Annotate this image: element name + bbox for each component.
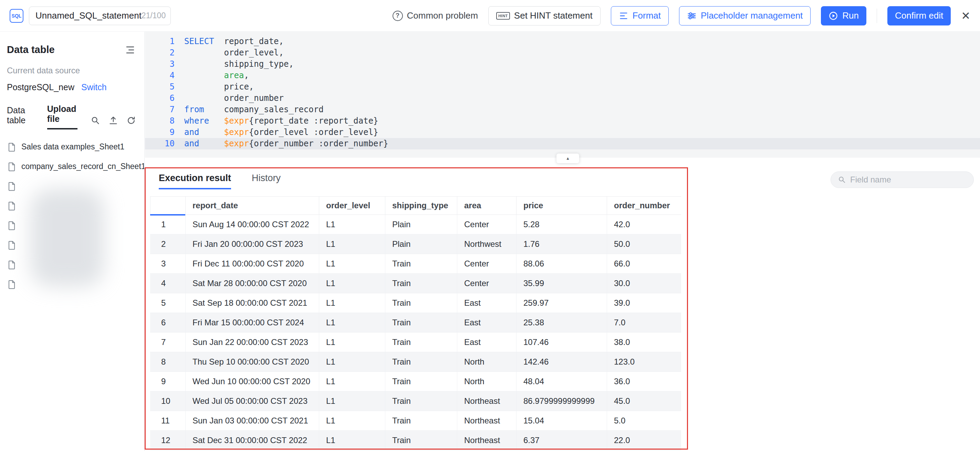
file-icon bbox=[7, 240, 16, 250]
format-icon bbox=[619, 11, 628, 21]
search-icon[interactable] bbox=[91, 116, 100, 125]
cell: Center bbox=[457, 254, 516, 273]
code-line: 6 order_number bbox=[145, 93, 980, 104]
field-search[interactable] bbox=[830, 172, 974, 188]
refresh-icon[interactable] bbox=[126, 116, 136, 125]
file-item-redacted[interactable] bbox=[0, 255, 144, 275]
common-problem-link[interactable]: ? Common problem bbox=[393, 10, 478, 21]
data-source-name: PostgreSQL_new bbox=[7, 82, 75, 92]
common-problem-label: Common problem bbox=[407, 10, 478, 21]
placeholder-management-button[interactable]: Placeholder management bbox=[679, 6, 811, 25]
results-tabs: Execution result History bbox=[159, 173, 281, 189]
question-icon: ? bbox=[393, 11, 403, 21]
cell: 259.97 bbox=[516, 293, 607, 313]
cell: Northwest bbox=[457, 235, 516, 254]
sidebar-title: Data table bbox=[7, 44, 55, 56]
cell: L1 bbox=[319, 411, 385, 430]
cell: L1 bbox=[319, 333, 385, 352]
cell: Sat Dec 31 00:00:00 CST 2022 bbox=[185, 431, 319, 450]
line-number: 9 bbox=[145, 127, 175, 138]
sliders-icon bbox=[687, 11, 697, 21]
cell: Train bbox=[385, 411, 457, 430]
cell: 6.37 bbox=[516, 431, 607, 450]
code-text: and $expr{order_level :order_level} bbox=[175, 127, 379, 138]
tab-execution-result[interactable]: Execution result bbox=[159, 173, 231, 189]
cell: 7.0 bbox=[607, 313, 681, 332]
confirm-edit-button[interactable]: Confirm edit bbox=[888, 6, 951, 25]
collapse-editor-handle[interactable]: ▲ bbox=[557, 154, 579, 163]
code-text: from company_sales_record bbox=[175, 104, 324, 115]
code-text: price, bbox=[175, 81, 254, 93]
row-number-cell: 6 bbox=[150, 313, 185, 332]
result-table: report_dateorder_levelshipping_typeareap… bbox=[150, 196, 681, 450]
topbar-divider bbox=[877, 9, 877, 23]
cell: Train bbox=[385, 254, 457, 273]
cell: Train bbox=[385, 352, 457, 372]
switch-link[interactable]: Switch bbox=[81, 82, 107, 92]
sql-icon: SQL bbox=[10, 9, 24, 23]
file-item-redacted[interactable] bbox=[0, 196, 144, 216]
file-item-redacted[interactable] bbox=[0, 235, 144, 255]
sidebar: Data table Current data source PostgreSQ… bbox=[0, 32, 145, 451]
statement-name-input[interactable]: Unnamed_SQL_statement 21/100 bbox=[29, 6, 171, 25]
cell: 36.0 bbox=[607, 372, 681, 391]
format-button[interactable]: Format bbox=[611, 6, 669, 25]
tab-history[interactable]: History bbox=[252, 173, 281, 189]
cell: East bbox=[457, 293, 516, 313]
cell: L1 bbox=[319, 293, 385, 313]
cell: Wed Jul 05 00:00:00 CST 2023 bbox=[185, 391, 319, 411]
cell: North bbox=[457, 352, 516, 372]
cell: L1 bbox=[319, 254, 385, 273]
cell: L1 bbox=[319, 391, 385, 411]
file-item[interactable]: company_sales_record_cn_Sheet1 bbox=[0, 157, 144, 176]
cell: Train bbox=[385, 313, 457, 332]
row-number-cell: 12 bbox=[150, 431, 185, 450]
cell: 42.0 bbox=[607, 215, 681, 234]
row-number-cell: 11 bbox=[150, 411, 185, 430]
table-row: 10Wed Jul 05 00:00:00 CST 2023L1TrainNor… bbox=[150, 391, 681, 411]
file-item-redacted[interactable] bbox=[0, 176, 144, 196]
code-line: 8where $expr{report_date :report_date} bbox=[145, 115, 980, 127]
file-item-redacted[interactable] bbox=[0, 275, 144, 294]
code-line: 1SELECT report_date, bbox=[145, 36, 980, 47]
code-text: where $expr{report_date :report_date} bbox=[175, 115, 379, 127]
row-number-cell: 7 bbox=[150, 333, 185, 352]
row-number-cell: 5 bbox=[150, 293, 185, 313]
set-hint-button[interactable]: HINT Set HINT statement bbox=[488, 6, 601, 25]
tab-upload-file[interactable]: Upload file bbox=[47, 104, 78, 129]
cell: 123.0 bbox=[607, 352, 681, 372]
caret-up-icon: ▲ bbox=[566, 156, 570, 161]
statement-name: Unnamed_SQL_statement bbox=[35, 10, 142, 21]
cell: 45.0 bbox=[607, 391, 681, 411]
cell: 35.99 bbox=[516, 274, 607, 293]
file-item[interactable]: Sales data examples_Sheet1 bbox=[0, 137, 144, 157]
outline-icon[interactable] bbox=[125, 45, 135, 55]
table-row: 6Fri Mar 15 00:00:00 CST 2024L1TrainEast… bbox=[150, 313, 681, 333]
cell: L1 bbox=[319, 235, 385, 254]
cell: Train bbox=[385, 391, 457, 411]
tab-data-table[interactable]: Data table bbox=[7, 105, 34, 129]
sql-editor[interactable]: 1SELECT report_date,2 order_level,3 ship… bbox=[145, 32, 980, 158]
file-list: Sales data examples_Sheet1 company_sales… bbox=[0, 137, 144, 294]
cell: 30.0 bbox=[607, 274, 681, 293]
run-button[interactable]: Run bbox=[821, 6, 866, 25]
cell: L1 bbox=[319, 215, 385, 234]
code-line: 9and $expr{order_level :order_level} bbox=[145, 127, 980, 138]
code-line: 4 area, bbox=[145, 70, 980, 81]
top-bar: SQL Unnamed_SQL_statement 21/100 ? Commo… bbox=[0, 0, 980, 32]
file-label: company_sales_record_cn_Sheet1 bbox=[21, 162, 145, 171]
file-icon bbox=[7, 142, 16, 152]
line-number: 7 bbox=[145, 104, 175, 115]
field-search-input[interactable] bbox=[850, 175, 967, 184]
row-number-cell: 9 bbox=[150, 372, 185, 391]
upload-icon[interactable] bbox=[108, 116, 118, 125]
table-row: 3Fri Dec 11 00:00:00 CST 2020L1TrainCent… bbox=[150, 254, 681, 274]
cell: Fri Dec 11 00:00:00 CST 2020 bbox=[185, 254, 319, 273]
cell: 38.0 bbox=[607, 333, 681, 352]
cell: 142.46 bbox=[516, 352, 607, 372]
code-text: SELECT report_date, bbox=[175, 36, 284, 47]
close-icon[interactable]: ✕ bbox=[961, 10, 970, 21]
cell: Sat Sep 18 00:00:00 CST 2021 bbox=[185, 293, 319, 313]
char-counter: 21/100 bbox=[142, 11, 165, 20]
file-item-redacted[interactable] bbox=[0, 216, 144, 235]
